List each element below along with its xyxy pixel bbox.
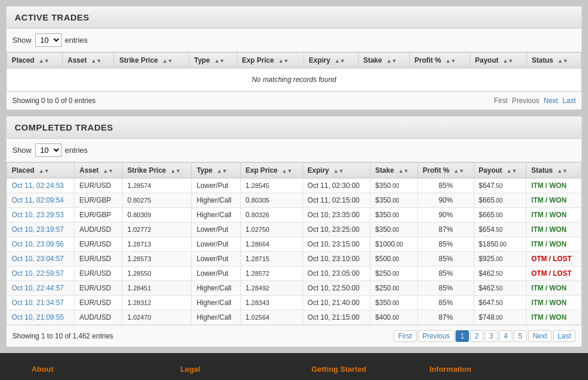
status-cell: OTM / LOST: [526, 252, 582, 266]
active-entries-label: entries: [65, 36, 88, 44]
page-1[interactable]: 1: [456, 330, 469, 342]
col-type-active[interactable]: Type ▲▼: [189, 53, 237, 69]
page-4[interactable]: 4: [499, 330, 512, 342]
col-status-active[interactable]: Status ▲▼: [527, 53, 582, 69]
active-last-link[interactable]: Last: [562, 97, 576, 105]
col-stake-active[interactable]: Stake ▲▼: [358, 53, 409, 69]
stake-cell: $400.00: [371, 310, 418, 325]
expprice-cell: 0.80305: [240, 193, 303, 208]
completed-previous-btn[interactable]: Previous: [418, 330, 455, 342]
stake-cell: $250.00: [371, 266, 418, 281]
col-type-completed[interactable]: Type ▲▼: [192, 163, 240, 179]
page-3[interactable]: 3: [485, 330, 498, 342]
table-row: Oct 10, 23:19:57 AUD/USD 1.02772 Lower/P…: [7, 222, 582, 237]
page-5[interactable]: 5: [514, 330, 527, 342]
status-cell: ITM / WON: [526, 296, 582, 310]
asset-cell: EUR/GBP: [74, 208, 123, 222]
active-trades-header-row: Placed ▲▼ Asset ▲▼ Strike Price ▲▼ Type …: [7, 53, 582, 69]
completed-show-bar: Show 10 25 50 entries: [6, 139, 582, 162]
col-payout-completed[interactable]: Payout ▲▼: [474, 163, 526, 179]
strike-cell: 0.80275: [123, 193, 192, 208]
col-stake-completed[interactable]: Stake ▲▼: [371, 163, 418, 179]
col-profit-completed[interactable]: Profit % ▲▼: [418, 163, 474, 179]
placed-cell: Oct 10, 21:09:55: [7, 310, 74, 325]
placed-cell: Oct 11, 02:24:53: [7, 179, 74, 193]
payout-cell: $462.50: [474, 281, 526, 296]
expiry-cell: Oct 10, 21:40:00: [303, 296, 370, 310]
asset-cell: EUR/USD: [74, 281, 123, 296]
footer-col-heading: Legal: [181, 365, 249, 374]
col-asset-active[interactable]: Asset ▲▼: [63, 53, 114, 69]
col-expprice-completed[interactable]: Exp Price ▲▼: [240, 163, 303, 179]
col-strike-completed[interactable]: Strike Price ▲▼: [123, 163, 192, 179]
placed-cell: Oct 11, 02:09:54: [7, 193, 74, 208]
status-cell: ITM / WON: [526, 208, 582, 222]
col-status-completed[interactable]: Status ▲▼: [526, 163, 582, 179]
type-cell: Higher/Call: [192, 310, 240, 325]
stake-cell: $500.00: [371, 252, 418, 266]
payout-cell: $647.50: [474, 179, 526, 193]
stake-cell: $350.00: [371, 222, 418, 237]
footer-col-heading: Getting Started: [311, 365, 366, 374]
completed-last-btn[interactable]: Last: [553, 330, 576, 342]
asset-cell: EUR/USD: [74, 252, 123, 266]
profit-cell: 85%: [418, 281, 474, 296]
profit-cell: 85%: [418, 179, 474, 193]
status-cell: ITM / WON: [526, 179, 582, 193]
active-show-label: Show: [12, 36, 32, 44]
placed-cell: Oct 10, 22:44:57: [7, 281, 74, 296]
type-cell: Higher/Call: [192, 281, 240, 296]
col-payout-active[interactable]: Payout ▲▼: [470, 53, 527, 69]
payout-cell: $654.50: [474, 222, 526, 237]
table-row: Oct 11, 02:09:54 EUR/GBP 0.80275 Higher/…: [7, 193, 582, 208]
completed-entries-label: entries: [65, 146, 88, 155]
col-expprice-active[interactable]: Exp Price ▲▼: [237, 53, 304, 69]
completed-page-numbers: First Previous 1 2 3 4 5 Next Last: [393, 330, 576, 342]
status-cell: ITM / WON: [526, 310, 582, 325]
completed-trades-section: COMPLETED TRADES Show 10 25 50 entries P…: [6, 116, 582, 347]
payout-cell: $647.50: [474, 296, 526, 310]
strike-cell: 1.02772: [123, 222, 192, 237]
col-expiry-completed[interactable]: Expiry ▲▼: [303, 163, 370, 179]
col-strike-active[interactable]: Strike Price ▲▼: [114, 53, 189, 69]
completed-first-btn[interactable]: First: [393, 330, 416, 342]
col-profit-active[interactable]: Profit % ▲▼: [410, 53, 470, 69]
strike-cell: 0.80309: [123, 208, 192, 222]
expiry-cell: Oct 10, 23:10:00: [303, 252, 370, 266]
col-placed-completed[interactable]: Placed ▲▼: [7, 163, 74, 179]
stake-cell: $350.00: [371, 193, 418, 208]
active-trades-title: ACTIVE TRADES: [6, 6, 582, 29]
expprice-cell: 0.80326: [240, 208, 303, 222]
completed-next-btn[interactable]: Next: [528, 330, 552, 342]
strike-cell: 1.28573: [123, 252, 192, 266]
col-placed-active[interactable]: Placed ▲▼: [7, 53, 63, 69]
expiry-cell: Oct 10, 23:35:00: [303, 208, 370, 222]
table-row: Oct 10, 22:59:57 EUR/USD 1.28550 Lower/P…: [7, 266, 582, 281]
expprice-cell: 1.28492: [240, 281, 303, 296]
completed-show-select[interactable]: 10 25 50: [35, 143, 62, 157]
page-2[interactable]: 2: [470, 330, 484, 342]
expprice-cell: 1.28664: [240, 237, 303, 252]
active-pagination-links: First Previous Next Last: [492, 97, 576, 105]
active-next-link[interactable]: Next: [543, 97, 558, 105]
profit-cell: 87%: [418, 310, 474, 325]
expprice-cell: 1.28545: [240, 179, 303, 193]
col-expiry-active[interactable]: Expiry ▲▼: [304, 53, 358, 69]
type-cell: Lower/Put: [192, 179, 240, 193]
table-row: Oct 11, 02:24:53 EUR/USD 1.28574 Lower/P…: [7, 179, 582, 193]
type-cell: Higher/Call: [192, 193, 240, 208]
active-previous-link: Previous: [512, 97, 539, 105]
profit-cell: 85%: [418, 296, 474, 310]
asset-cell: EUR/GBP: [74, 193, 123, 208]
expiry-cell: Oct 10, 21:15:00: [303, 310, 370, 325]
expiry-cell: Oct 10, 23:25:00: [303, 222, 370, 237]
stake-cell: $350.00: [371, 179, 418, 193]
active-show-select[interactable]: 10 25 50: [35, 33, 62, 47]
active-no-records: No matching records found: [7, 69, 582, 91]
type-cell: Lower/Put: [192, 237, 240, 252]
placed-cell: Oct 10, 23:19:57: [7, 222, 74, 237]
col-asset-completed[interactable]: Asset ▲▼: [74, 163, 123, 179]
asset-cell: EUR/USD: [74, 237, 123, 252]
table-row: Oct 10, 21:09:55 AUD/USD 1.02470 Higher/…: [7, 310, 582, 325]
stake-cell: $350.00: [371, 296, 418, 310]
